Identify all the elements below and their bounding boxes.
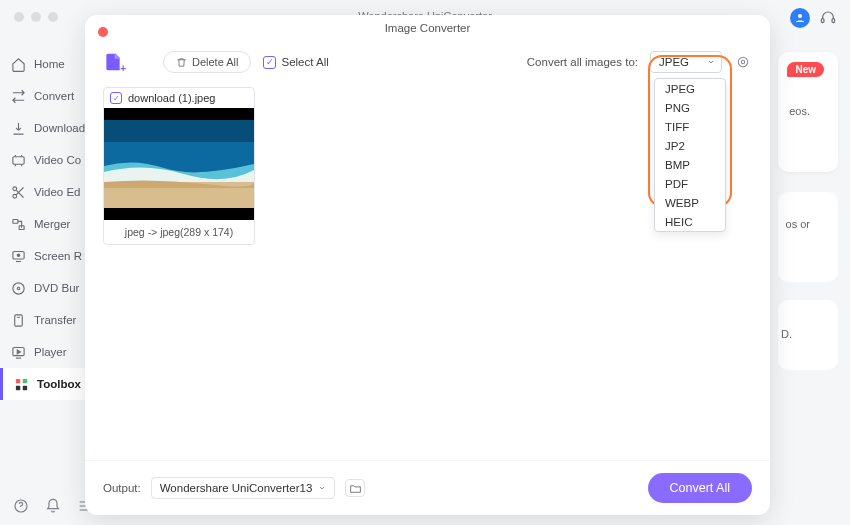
svg-point-10: [12, 282, 23, 293]
sidebar-item-label: Video Ed: [34, 186, 80, 198]
sidebar-item-merger[interactable]: Merger: [0, 208, 85, 240]
modal-toolbar: + Delete All ✓ Select All Convert all im…: [85, 41, 770, 81]
output-path-value: Wondershare UniConverter13: [160, 482, 313, 494]
output-label: Output:: [103, 482, 141, 494]
svg-point-5: [12, 194, 16, 198]
sidebar-item-label: DVD Bur: [34, 282, 79, 294]
sidebar-item-label: Video Co: [34, 154, 81, 166]
sidebar-item-label: Home: [34, 58, 65, 70]
bottom-icon-bar: [12, 497, 94, 515]
support-icon[interactable]: [818, 8, 838, 28]
chevron-down-icon: [318, 484, 326, 492]
video-icon: [10, 152, 26, 168]
bg-text: D.: [781, 328, 792, 340]
format-option[interactable]: HEIC: [655, 212, 725, 231]
bg-text: os or: [786, 218, 810, 230]
scissors-icon: [10, 184, 26, 200]
sidebar-item-toolbox[interactable]: Toolbox: [0, 368, 85, 400]
bg-text: eos.: [789, 105, 810, 117]
bg-card: [778, 192, 838, 282]
convert-to-label: Convert all images to:: [527, 56, 638, 68]
sidebar-item-player[interactable]: Player: [0, 336, 85, 368]
select-all-checkbox[interactable]: ✓ Select All: [263, 56, 328, 69]
sidebar-item-screen-recorder[interactable]: Screen R: [0, 240, 85, 272]
grid-icon: [13, 376, 29, 392]
screen-icon: [10, 248, 26, 264]
home-icon: [10, 56, 26, 72]
settings-icon[interactable]: [734, 53, 752, 71]
image-thumbnail: [104, 108, 254, 220]
format-option[interactable]: BMP: [655, 155, 725, 174]
help-icon[interactable]: [12, 497, 30, 515]
sidebar-item-label: Merger: [34, 218, 70, 230]
format-option[interactable]: PDF: [655, 174, 725, 193]
svg-rect-1: [821, 19, 824, 23]
sidebar-item-label: Player: [34, 346, 67, 358]
sidebar-item-dvd-burner[interactable]: DVD Bur: [0, 272, 85, 304]
add-file-icon[interactable]: +: [103, 52, 123, 72]
sidebar-item-video-editor[interactable]: Video Ed: [0, 176, 85, 208]
svg-point-9: [17, 254, 20, 257]
modal-footer: Output: Wondershare UniConverter13 Conve…: [85, 460, 770, 515]
bg-traffic-lights: [14, 12, 58, 22]
image-card[interactable]: ✓ download (1).jpeg jpeg -> j: [103, 87, 255, 245]
format-option[interactable]: JP2: [655, 136, 725, 155]
open-folder-button[interactable]: [345, 479, 365, 497]
image-converter-modal: Image Converter + Delete All ✓ Select Al…: [85, 15, 770, 515]
svg-rect-12: [14, 314, 22, 325]
card-filename: download (1).jpeg: [128, 92, 215, 104]
sidebar-item-video-compressor[interactable]: Video Co: [0, 144, 85, 176]
player-icon: [10, 344, 26, 360]
delete-all-label: Delete All: [192, 56, 238, 68]
transfer-icon: [10, 312, 26, 328]
convert-icon: [10, 88, 26, 104]
svg-rect-22: [104, 120, 254, 142]
sidebar-item-label: Transfer: [34, 314, 76, 326]
merge-icon: [10, 216, 26, 232]
sidebar-item-label: Toolbox: [37, 378, 81, 390]
format-dropdown: JPEG PNG TIFF JP2 BMP PDF WEBP HEIC: [654, 78, 726, 232]
sidebar-item-home[interactable]: Home: [0, 48, 85, 80]
delete-all-button[interactable]: Delete All: [163, 51, 251, 73]
chevron-down-icon: [707, 58, 715, 66]
format-select[interactable]: JPEG: [650, 51, 722, 73]
format-selected-value: JPEG: [659, 56, 689, 68]
svg-rect-17: [22, 385, 26, 389]
select-all-label: Select All: [281, 56, 328, 68]
new-badge: New: [787, 62, 824, 77]
svg-point-19: [738, 57, 747, 66]
format-option[interactable]: PNG: [655, 98, 725, 117]
card-checkbox[interactable]: ✓: [110, 92, 122, 104]
download-icon: [10, 120, 26, 136]
svg-rect-14: [15, 378, 19, 382]
sidebar-item-converter[interactable]: Convert: [0, 80, 85, 112]
format-option[interactable]: WEBP: [655, 193, 725, 212]
convert-all-button[interactable]: Convert All: [648, 473, 752, 503]
notification-icon[interactable]: [44, 497, 62, 515]
card-info: jpeg -> jpeg(289 x 174): [104, 220, 254, 244]
format-option[interactable]: TIFF: [655, 117, 725, 136]
svg-rect-15: [22, 378, 26, 382]
output-path-select[interactable]: Wondershare UniConverter13: [151, 477, 336, 499]
sidebar-item-downloader[interactable]: Download: [0, 112, 85, 144]
svg-point-4: [12, 186, 16, 190]
svg-rect-16: [15, 385, 19, 389]
svg-rect-6: [12, 219, 17, 223]
sidebar-item-label: Screen R: [34, 250, 82, 262]
user-avatar[interactable]: [790, 8, 810, 28]
format-option[interactable]: JPEG: [655, 79, 725, 98]
checkbox-icon: ✓: [263, 56, 276, 69]
svg-rect-3: [12, 156, 23, 164]
sidebar-item-label: Download: [34, 122, 85, 134]
sidebar-item-transfer[interactable]: Transfer: [0, 304, 85, 336]
dvd-icon: [10, 280, 26, 296]
svg-point-11: [17, 287, 20, 290]
modal-title: Image Converter: [85, 15, 770, 41]
svg-point-20: [741, 60, 744, 63]
svg-point-0: [798, 14, 802, 18]
sidebar-item-label: Convert: [34, 90, 74, 102]
svg-rect-2: [832, 19, 835, 23]
sidebar: Home Convert Download Video Co Video Ed …: [0, 40, 85, 495]
